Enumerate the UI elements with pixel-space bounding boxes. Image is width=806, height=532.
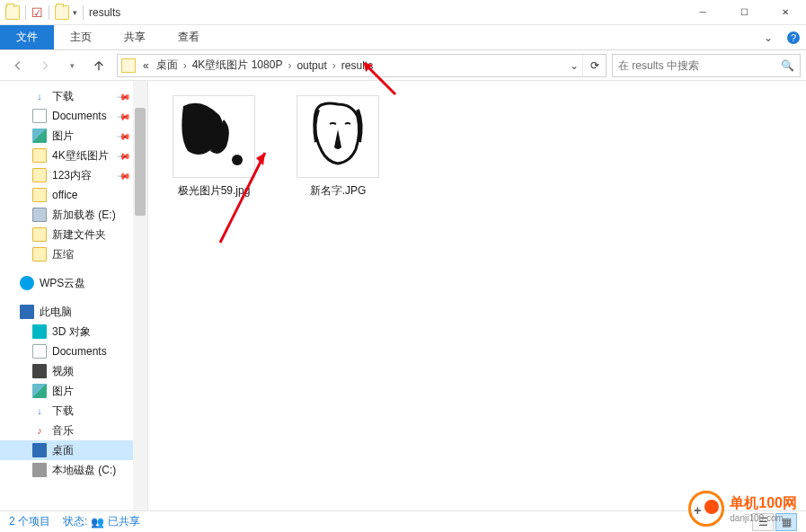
watermark: + 单机100网 danji100.com <box>688 491 797 527</box>
file-item[interactable]: 极光图片59.jpg <box>164 95 263 199</box>
people-icon: 👥 <box>91 516 104 528</box>
tree-node[interactable]: 下载 <box>0 401 147 421</box>
music-icon <box>32 423 47 438</box>
tab-share[interactable]: 共享 <box>108 25 162 49</box>
tree-node-label: 新建文件夹 <box>52 227 106 243</box>
tree-node[interactable]: 桌面 <box>0 440 147 460</box>
tree-node[interactable]: office <box>0 185 147 205</box>
scrollbar[interactable] <box>133 81 147 510</box>
watermark-brand: 单机100网 <box>730 494 797 513</box>
status-label: 状态: <box>63 514 87 529</box>
tree-node[interactable]: Documents📌 <box>0 106 147 126</box>
tree-node[interactable]: 新建文件夹 <box>0 225 147 244</box>
tree-node[interactable]: 图片 <box>0 381 147 401</box>
separator <box>49 5 49 20</box>
content-pane[interactable]: 极光图片59.jpg 新名字.JPG <box>148 81 806 510</box>
status-bar: 2 个项目 状态: 👥 已共享 ☰ ▦ <box>0 510 806 532</box>
folder-icon <box>32 148 47 163</box>
tree-node[interactable]: 图片📌 <box>0 126 147 146</box>
nav-back-button[interactable] <box>5 53 31 78</box>
refresh-button[interactable]: ⟳ <box>582 55 606 76</box>
tree-node[interactable]: 下载📌 <box>0 86 147 106</box>
quick-access-toolbar: ☑ ▾ <box>0 5 85 20</box>
tree-node[interactable]: 新加载卷 (E:) <box>0 205 147 225</box>
help-icon[interactable]: ? <box>781 25 806 49</box>
nav-tree[interactable]: 下载📌Documents📌图片📌4K壁纸图片📌123内容📌office新加载卷 … <box>0 81 148 510</box>
address-box[interactable]: « 桌面 › 4K壁纸图片 1080P › output › results ⌄… <box>117 54 607 77</box>
pin-icon: 📌 <box>117 168 131 182</box>
tree-node-label: 下载 <box>52 89 74 104</box>
tree-node[interactable]: 此电脑 <box>0 302 147 322</box>
wps-icon <box>20 276 34 290</box>
tab-home[interactable]: 主页 <box>54 25 108 49</box>
file-thumbnail <box>297 95 379 178</box>
tree-node-label: WPS云盘 <box>40 276 85 291</box>
pin-icon: 📌 <box>117 109 131 123</box>
folder-icon <box>5 5 20 20</box>
folder-icon <box>32 247 47 262</box>
ribbon-collapse-icon[interactable]: ⌄ <box>756 25 781 49</box>
svg-point-3 <box>232 155 243 165</box>
breadcrumb-item[interactable]: 4K壁纸图片 1080P <box>189 55 287 76</box>
tree-node[interactable]: 4K壁纸图片📌 <box>0 146 147 165</box>
tree-node[interactable]: 压缩 <box>0 244 147 264</box>
pin-icon: 📌 <box>117 148 131 163</box>
folder-icon <box>32 168 47 182</box>
tree-node-label: 本地磁盘 (C:) <box>52 463 116 478</box>
body: 下载📌Documents📌图片📌4K壁纸图片📌123内容📌office新加载卷 … <box>0 81 806 510</box>
separator <box>83 5 84 20</box>
tree-node-label: 3D 对象 <box>52 324 91 340</box>
tree-node-label: 压缩 <box>52 247 74 262</box>
dl-icon <box>32 403 47 418</box>
folder-icon <box>121 58 136 73</box>
tree-node[interactable]: 视频 <box>0 361 147 381</box>
breadcrumb-item[interactable]: output <box>293 55 330 76</box>
nav-up-button[interactable] <box>86 53 111 78</box>
tree-node-label: 4K壁纸图片 <box>52 148 109 164</box>
scrollbar-thumb[interactable] <box>135 108 146 216</box>
tab-file[interactable]: 文件 <box>0 25 54 49</box>
nav-recent-button[interactable]: ▾ <box>59 53 84 78</box>
chevron-right-icon[interactable]: › <box>182 59 189 72</box>
tree-node-label: 音乐 <box>52 423 74 439</box>
img-icon <box>32 384 47 398</box>
chevron-right-icon[interactable]: › <box>286 59 293 72</box>
address-dropdown-icon[interactable]: ⌄ <box>566 59 582 72</box>
qat-dropdown-icon[interactable]: ▾ <box>73 8 77 17</box>
file-item[interactable]: 新名字.JPG <box>288 95 387 199</box>
maximize-button[interactable]: ☐ <box>723 0 765 25</box>
qat-checkbox-icon[interactable]: ☑ <box>31 5 43 20</box>
tree-node-label: 下载 <box>52 403 74 419</box>
tree-node[interactable]: 音乐 <box>0 421 147 440</box>
watermark-logo-icon: + <box>688 491 724 527</box>
dl-icon <box>32 89 47 103</box>
tree-node[interactable]: 本地磁盘 (C:) <box>0 460 147 480</box>
tab-view[interactable]: 查看 <box>162 25 216 49</box>
tree-node-label: 新加载卷 (E:) <box>52 208 116 223</box>
breadcrumb-item[interactable]: 桌面 <box>153 55 182 76</box>
window-controls: ─ ☐ ✕ <box>682 0 806 25</box>
folder-icon <box>55 5 69 20</box>
minimize-button[interactable]: ─ <box>682 0 723 25</box>
search-input[interactable] <box>618 59 781 72</box>
close-button[interactable]: ✕ <box>765 0 806 25</box>
folder-icon <box>32 227 47 242</box>
chevron-right-icon[interactable]: › <box>331 59 338 72</box>
nav-forward-button[interactable] <box>32 53 58 78</box>
status-sharing: 状态: 👥 已共享 <box>63 514 140 529</box>
tree-node[interactable]: 123内容📌 <box>0 165 147 185</box>
search-box[interactable]: 🔍 <box>612 54 801 77</box>
tree-node[interactable]: Documents <box>0 341 147 361</box>
status-value: 已共享 <box>108 514 140 529</box>
doc-icon <box>32 344 47 359</box>
cube-icon <box>32 324 47 339</box>
tree-node[interactable]: 3D 对象 <box>0 322 147 341</box>
tree-node-label: Documents <box>52 110 107 122</box>
tree-node-label: Documents <box>52 345 107 358</box>
breadcrumb-overflow[interactable]: « <box>139 55 153 76</box>
search-icon[interactable]: 🔍 <box>781 59 794 72</box>
breadcrumb-item[interactable]: results <box>338 55 376 76</box>
doc-icon <box>32 109 47 123</box>
img-icon <box>32 129 47 143</box>
tree-node[interactable]: WPS云盘 <box>0 273 147 293</box>
